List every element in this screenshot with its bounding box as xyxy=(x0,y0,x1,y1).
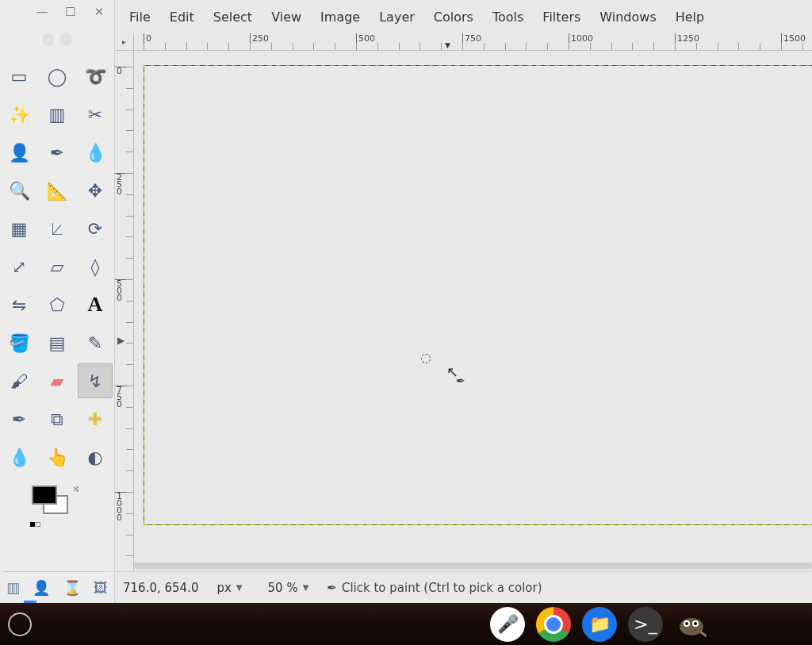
tool-eraser[interactable]: ▰ xyxy=(40,363,75,398)
tool-dodge[interactable]: ◐ xyxy=(78,440,113,474)
v-ruler-label: 750 xyxy=(117,386,122,408)
tool-crop[interactable]: ⟀ xyxy=(40,211,75,246)
tool-bucket-fill[interactable]: 🪣 xyxy=(2,325,36,360)
zoom-selector[interactable]: 50 % ▼ xyxy=(261,577,316,599)
microphone-icon: 🎤 xyxy=(497,614,519,634)
menu-view[interactable]: View xyxy=(262,3,311,31)
pointer-coordinates: 716.0, 654.0 xyxy=(123,581,198,595)
maximize-button[interactable]: ☐ xyxy=(63,5,78,19)
default-colors-icon[interactable] xyxy=(30,522,40,527)
quick-mask-toggle-icon[interactable]: ▶ xyxy=(117,335,124,346)
voice-search-app-icon[interactable]: 🎤 xyxy=(490,607,525,642)
device-status-tab-icon[interactable]: 👤 xyxy=(33,579,50,596)
tool-align[interactable]: ▦ xyxy=(2,211,36,246)
tool-ellipse-select[interactable]: ◯ xyxy=(40,59,75,94)
chevron-down-icon: ▼ xyxy=(303,583,309,592)
tool-paths[interactable]: ✒ xyxy=(40,135,75,170)
rect-select-icon: ▭ xyxy=(9,66,29,86)
scale-icon: ⤢ xyxy=(9,256,29,277)
menu-tools[interactable]: Tools xyxy=(483,3,533,31)
menu-colors[interactable]: Colors xyxy=(424,3,483,31)
menu-image[interactable]: Image xyxy=(311,3,370,31)
files-app-icon[interactable]: 📁 xyxy=(582,607,617,642)
status-hint-text: Click to paint (Ctrl to pick a color) xyxy=(342,581,542,595)
swap-colors-icon[interactable]: ⤭ xyxy=(72,484,79,494)
scrollbar-thumb[interactable] xyxy=(134,562,812,569)
tool-rotate[interactable]: ⟳ xyxy=(78,211,113,246)
image-window: File Edit Select View Image Layer Colors… xyxy=(115,0,812,603)
status-hint: ✒ Click to paint (Ctrl to pick a color) xyxy=(327,581,542,595)
scissors-icon: ✂ xyxy=(85,104,105,125)
perspective-icon: ◊ xyxy=(85,256,105,277)
svg-point-2 xyxy=(685,622,688,625)
prompt-icon: >_ xyxy=(634,614,657,634)
menu-layer[interactable]: Layer xyxy=(370,3,424,31)
tool-clone[interactable]: ⧉ xyxy=(40,401,75,436)
tool-zoom[interactable]: 🔍 xyxy=(2,173,36,208)
tool-color-select[interactable]: ▥ xyxy=(40,97,75,132)
horizontal-scrollbar[interactable] xyxy=(134,560,812,571)
tool-blend[interactable]: ▤ xyxy=(40,325,75,360)
h-ruler-label: 0 xyxy=(146,33,151,44)
foreground-color-swatch[interactable] xyxy=(32,486,57,505)
taskbar-tray: 🎤 📁 >_ xyxy=(490,607,709,642)
tool-rect-select[interactable]: ▭ xyxy=(2,59,36,94)
tool-paintbrush[interactable]: 🖌 xyxy=(2,363,36,398)
tool-foreground-select[interactable]: 👤 xyxy=(2,135,36,170)
wilber-icon xyxy=(676,609,707,639)
canvas[interactable]: ↖ ✒ xyxy=(134,51,812,551)
images-tab-icon[interactable]: 🖼 xyxy=(94,579,108,596)
menu-file[interactable]: File xyxy=(120,3,160,31)
blend-icon: ▤ xyxy=(47,332,67,353)
history-tab-icon[interactable]: ⌛ xyxy=(63,579,81,596)
h-ruler-label: 750 xyxy=(465,33,481,44)
os-taskbar: 🎤 📁 >_ xyxy=(0,603,812,645)
canvas-area: ▸ 0250500750100012501500▼ 02505007501000… xyxy=(115,33,812,571)
blur-icon: 💧 xyxy=(9,447,29,467)
terminal-app-icon[interactable]: >_ xyxy=(628,607,663,642)
menu-windows[interactable]: Windows xyxy=(590,3,665,31)
selection-marquee xyxy=(144,65,812,525)
tool-smudge[interactable]: 👆 xyxy=(40,440,75,474)
unit-selector[interactable]: px ▼ xyxy=(209,577,249,599)
tool-cage[interactable]: ⬠ xyxy=(40,287,75,322)
horizontal-ruler[interactable]: 0250500750100012501500▼ xyxy=(134,33,812,51)
tool-options-tab-icon[interactable]: ▥ xyxy=(6,579,20,596)
tool-shear[interactable]: ▱ xyxy=(40,249,75,284)
tool-text[interactable]: A xyxy=(78,287,113,322)
color-swatches[interactable]: ⤭ xyxy=(32,486,79,525)
tool-color-picker[interactable]: 💧 xyxy=(78,135,113,170)
tool-scale[interactable]: ⤢ xyxy=(2,249,36,284)
menu-edit[interactable]: Edit xyxy=(160,3,204,31)
vertical-ruler[interactable]: 02505007501000 xyxy=(115,51,134,571)
tool-blur[interactable]: 💧 xyxy=(2,440,36,474)
tool-pencil[interactable]: ✎ xyxy=(78,325,113,360)
tool-airbrush[interactable]: ↯ xyxy=(78,363,113,398)
gimp-app-icon[interactable] xyxy=(674,607,709,642)
v-ruler-label: 0 xyxy=(117,67,122,75)
foreground-select-icon: 👤 xyxy=(9,142,29,163)
menu-help[interactable]: Help xyxy=(666,3,714,31)
chrome-app-icon[interactable] xyxy=(536,607,571,642)
folder-icon: 📁 xyxy=(589,614,611,634)
tool-perspective[interactable]: ◊ xyxy=(78,249,113,284)
tool-heal[interactable]: ✚ xyxy=(78,401,113,436)
tool-scissors[interactable]: ✂ xyxy=(78,97,113,132)
airbrush-icon: ↯ xyxy=(85,370,105,391)
tool-free-select[interactable]: ➰ xyxy=(78,59,113,94)
tool-measure[interactable]: 📐 xyxy=(40,173,75,208)
close-button[interactable]: ✕ xyxy=(92,5,106,19)
pencil-icon: ✎ xyxy=(85,332,105,353)
menu-filters[interactable]: Filters xyxy=(533,3,590,31)
tool-fuzzy-select[interactable]: ✨ xyxy=(2,97,36,132)
launcher-button[interactable] xyxy=(8,612,32,636)
cage-icon: ⬠ xyxy=(47,294,67,315)
minimize-button[interactable]: — xyxy=(35,5,49,19)
measure-icon: 📐 xyxy=(47,180,67,201)
tool-move[interactable]: ✥ xyxy=(78,173,113,208)
ruler-origin-button[interactable]: ▸ xyxy=(115,33,134,51)
free-select-icon: ➰ xyxy=(85,66,105,86)
tool-ink[interactable]: ✒ xyxy=(2,401,36,436)
menu-select[interactable]: Select xyxy=(204,3,262,31)
tool-flip[interactable]: ⇋ xyxy=(2,287,36,322)
